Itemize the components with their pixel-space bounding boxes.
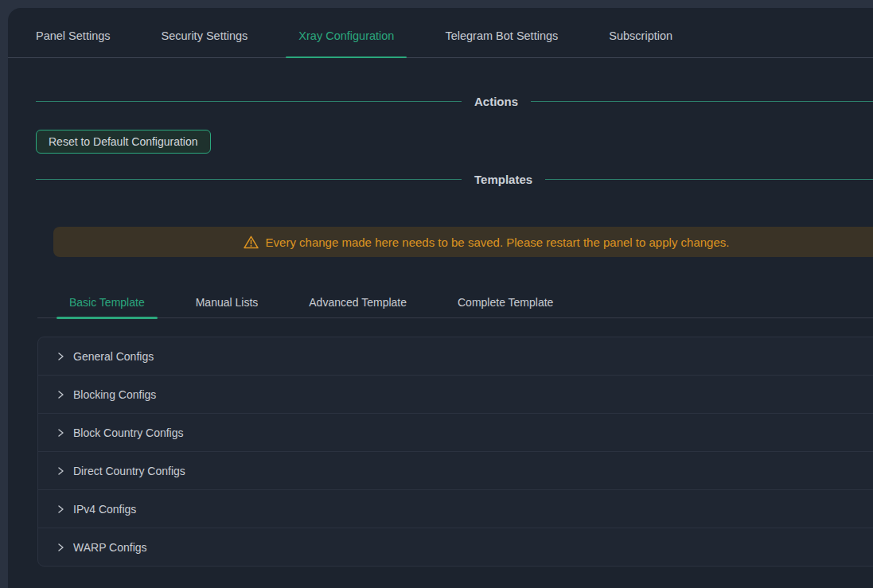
accordion-label: General Configs <box>73 350 154 363</box>
accordion-ipv4-configs[interactable]: IPv4 Configs <box>38 489 873 528</box>
restart-warning-banner: Every change made here needs to be saved… <box>53 227 873 257</box>
tab-advanced-template[interactable]: Advanced Template <box>296 296 419 317</box>
warning-triangle-icon <box>244 236 259 249</box>
chevron-right-icon <box>56 352 65 361</box>
divider-line <box>531 101 873 102</box>
template-tabbar: Basic Template Manual Lists Advanced Tem… <box>37 289 873 318</box>
tab-telegram-bot-settings[interactable]: Telegram Bot Settings <box>432 29 571 57</box>
templates-section-title: Templates <box>474 173 532 186</box>
divider-line <box>545 179 873 180</box>
chevron-right-icon <box>56 504 65 514</box>
main-tabbar: Panel Settings Security Settings Xray Co… <box>8 8 873 58</box>
chevron-right-icon <box>56 390 65 399</box>
warning-message: Every change made here needs to be saved… <box>266 236 730 249</box>
tab-panel-settings[interactable]: Panel Settings <box>23 29 123 57</box>
tab-xray-configuration[interactable]: Xray Configuration <box>286 29 407 57</box>
tab-manual-lists[interactable]: Manual Lists <box>183 296 271 317</box>
chevron-right-icon <box>56 466 65 476</box>
configs-accordion: General Configs Blocking Configs Block C… <box>37 337 873 567</box>
accordion-label: Direct Country Configs <box>73 465 185 477</box>
chevron-right-icon <box>56 543 65 552</box>
tab-subscription[interactable]: Subscription <box>596 29 685 57</box>
accordion-label: Block Country Configs <box>73 426 184 439</box>
chevron-right-icon <box>56 428 65 438</box>
actions-section-title: Actions <box>474 95 518 108</box>
accordion-label: Blocking Configs <box>73 388 156 401</box>
tab-complete-template[interactable]: Complete Template <box>445 296 566 317</box>
accordion-general-configs[interactable]: General Configs <box>38 337 873 375</box>
tab-security-settings[interactable]: Security Settings <box>149 29 261 57</box>
accordion-warp-configs[interactable]: WARP Configs <box>38 528 873 566</box>
reset-to-default-button[interactable]: Reset to Default Configuration <box>36 130 211 154</box>
actions-divider: Actions <box>36 93 873 109</box>
accordion-direct-country-configs[interactable]: Direct Country Configs <box>38 451 873 489</box>
tab-basic-template[interactable]: Basic Template <box>57 296 158 317</box>
templates-divider: Templates <box>36 171 873 187</box>
divider-line <box>36 101 462 102</box>
accordion-label: WARP Configs <box>73 541 147 554</box>
accordion-block-country-configs[interactable]: Block Country Configs <box>38 413 873 451</box>
divider-line <box>36 179 462 180</box>
accordion-blocking-configs[interactable]: Blocking Configs <box>38 375 873 413</box>
settings-card: Panel Settings Security Settings Xray Co… <box>8 8 873 588</box>
accordion-label: IPv4 Configs <box>73 503 136 516</box>
